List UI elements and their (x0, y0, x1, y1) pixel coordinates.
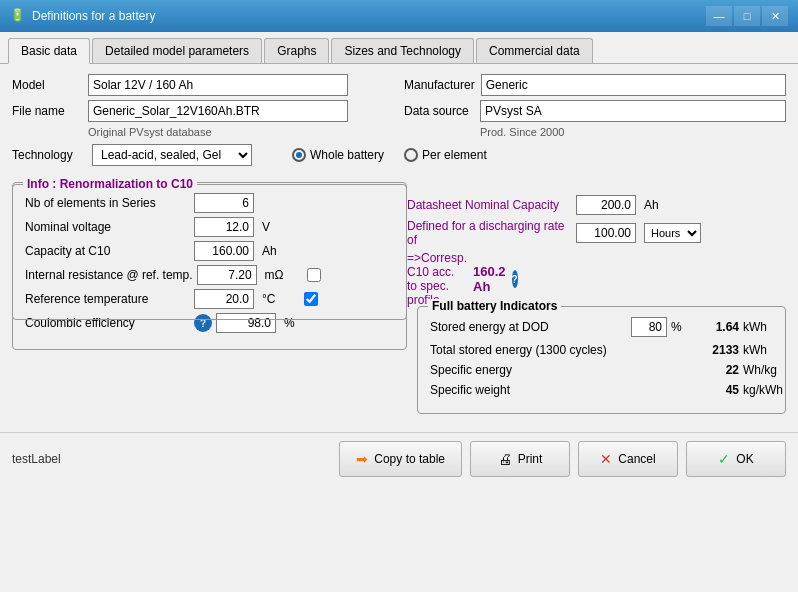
whole-battery-radio-dot (292, 148, 306, 162)
print-label: Print (518, 452, 543, 466)
whole-battery-radio[interactable]: Whole battery (292, 148, 384, 162)
filename-input[interactable] (88, 100, 348, 122)
tab-commercial-data[interactable]: Commercial data (476, 38, 593, 63)
indicator-kunit-0: kWh (743, 320, 773, 334)
bottom-buttons: ➡ Copy to table 🖨 Print ✕ Cancel ✓ OK (339, 441, 786, 477)
indicator-value-1: 2133 (699, 343, 739, 357)
info-help-btn[interactable]: ? (512, 270, 518, 288)
ok-icon: ✓ (718, 451, 730, 467)
indicator-label-2: Specific energy (430, 363, 695, 377)
indicator-label-3: Specific weight (430, 383, 695, 397)
indicators-title: Full battery Indicators (428, 299, 561, 313)
indicator-label-0: Stored energy at DOD (430, 320, 627, 334)
print-icon: 🖨 (498, 451, 512, 467)
manufacturer-input[interactable] (481, 74, 786, 96)
technology-label: Technology (12, 148, 82, 162)
copy-icon: ➡ (356, 451, 368, 467)
info-box-input-1[interactable] (576, 223, 636, 243)
info-box-unit-0: Ah (644, 198, 659, 212)
tab-sizes-technology[interactable]: Sizes and Technology (331, 38, 474, 63)
minimize-button[interactable]: — (706, 6, 732, 26)
datasource-label: Data source (404, 104, 474, 118)
model-label: Model (12, 78, 82, 92)
window-icon: 🔋 (10, 8, 26, 24)
close-button[interactable]: ✕ (762, 6, 788, 26)
window-title: Definitions for a battery (32, 9, 155, 23)
bottom-label: testLabel (12, 452, 61, 466)
per-element-label: Per element (422, 148, 487, 162)
indicator-kunit-2: Wh/kg (743, 363, 773, 377)
info-box-input-0[interactable] (576, 195, 636, 215)
bottom-bar: testLabel ➡ Copy to table 🖨 Print ✕ Canc… (0, 432, 798, 485)
indicator-row-3: Specific weight 45 kg/kWh (430, 383, 773, 397)
per-element-radio[interactable]: Per element (404, 148, 487, 162)
filename-label: File name (12, 104, 82, 118)
info-box-select-1[interactable]: Hours C-rate (644, 223, 701, 243)
info-box-label-1: Defined for a discharging rate of (407, 219, 572, 247)
cancel-button[interactable]: ✕ Cancel (578, 441, 678, 477)
maximize-button[interactable]: □ (734, 6, 760, 26)
per-element-radio-dot (404, 148, 418, 162)
indicators-box: Full battery Indicators Stored energy at… (417, 306, 786, 414)
title-bar: 🔋 Definitions for a battery — □ ✕ (0, 0, 798, 32)
indicator-unit-0: % (671, 320, 695, 334)
info-box-title: Info : Renormalization to C10 (23, 177, 197, 191)
info-box-label-0: Datasheet Nominal Capacity (407, 198, 572, 212)
tab-basic-data[interactable]: Basic data (8, 38, 90, 64)
print-button[interactable]: 🖨 Print (470, 441, 570, 477)
copy-label: Copy to table (374, 452, 445, 466)
cancel-icon: ✕ (600, 451, 612, 467)
indicator-value-3: 45 (699, 383, 739, 397)
indicator-row-1: Total stored energy (1300 cycles) 2133 k… (430, 343, 773, 357)
indicator-kunit-3: kg/kWh (743, 383, 773, 397)
technology-select[interactable]: Lead-acid, sealed, Gel (92, 144, 252, 166)
ok-label: OK (736, 452, 753, 466)
datasource-input[interactable] (480, 100, 786, 122)
tab-graphs[interactable]: Graphs (264, 38, 329, 63)
indicator-label-1: Total stored energy (1300 cycles) (430, 343, 695, 357)
indicator-value-2: 22 (699, 363, 739, 377)
info-result-value: 160.2 Ah (473, 264, 506, 294)
indicator-input-0[interactable] (631, 317, 667, 337)
tab-detailed-model[interactable]: Detailed model parameters (92, 38, 262, 63)
whole-battery-label: Whole battery (310, 148, 384, 162)
orig-db-text: Original PVsyst database (88, 126, 394, 138)
indicator-row-2: Specific energy 22 Wh/kg (430, 363, 773, 377)
cancel-label: Cancel (618, 452, 655, 466)
ok-button[interactable]: ✓ OK (686, 441, 786, 477)
tab-bar: Basic data Detailed model parameters Gra… (0, 32, 798, 64)
prod-since-text: Prod. Since 2000 (480, 126, 786, 138)
copy-to-table-button[interactable]: ➡ Copy to table (339, 441, 462, 477)
indicator-kunit-1: kWh (743, 343, 773, 357)
model-input[interactable] (88, 74, 348, 96)
indicator-row-0: Stored energy at DOD % 1.64 kWh (430, 317, 773, 337)
manufacturer-label: Manufacturer (404, 78, 475, 92)
indicator-value-0: 1.64 (699, 320, 739, 334)
